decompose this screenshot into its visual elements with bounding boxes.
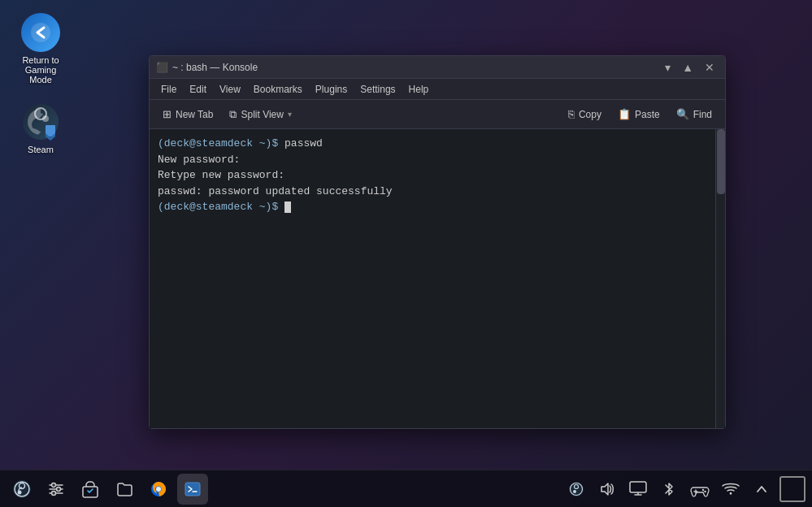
wifi-icon	[722, 481, 740, 497]
menu-plugins[interactable]: Plugins	[309, 82, 354, 97]
svg-marker-25	[601, 483, 608, 495]
taskbar-controller-icon[interactable]	[687, 476, 713, 502]
steam-tray-icon	[568, 481, 584, 497]
taskbar-terminal-button[interactable]	[177, 474, 208, 505]
svg-point-0	[31, 23, 50, 42]
terminal-line-3: Retype new password:	[158, 167, 707, 184]
find-icon: 🔍	[676, 108, 689, 120]
taskbar-steam-button[interactable]	[7, 474, 37, 505]
svg-point-9	[18, 490, 22, 494]
menu-help[interactable]: Help	[402, 82, 436, 97]
desktop-icons: Return to Gaming Mode	[8, 8, 73, 159]
taskbar-wifi-icon[interactable]	[718, 476, 744, 502]
taskbar-store-icon	[81, 480, 99, 498]
terminal-content[interactable]: (deck@steamdeck ~)$ passwd New password:…	[150, 129, 715, 428]
scrollbar-thumb[interactable]	[717, 129, 725, 194]
taskbar	[0, 470, 812, 507]
taskbar-volume-icon[interactable]	[594, 476, 620, 502]
copy-icon: ⎘	[568, 108, 575, 120]
svg-rect-26	[630, 482, 646, 492]
copy-button[interactable]: ⎘ Copy	[562, 105, 608, 124]
terminal-line-1: (deck@steamdeck ~)$ passwd	[158, 136, 707, 152]
copy-label: Copy	[579, 109, 601, 120]
scrollbar-track[interactable]	[715, 129, 725, 428]
menu-view[interactable]: View	[213, 82, 247, 97]
find-label: Find	[693, 109, 712, 120]
svg-point-15	[52, 491, 56, 495]
split-view-button[interactable]: ⧉ Split View ▾	[223, 105, 297, 124]
return-gaming-icon[interactable]: Return to Gaming Mode	[8, 8, 73, 89]
toolbar-right: ⎘ Copy 📋 Paste 🔍 Find	[562, 105, 719, 124]
show-desktop-square	[779, 476, 805, 502]
taskbar-settings-button[interactable]	[41, 474, 72, 505]
return-gaming-label: Return to Gaming Mode	[13, 55, 68, 84]
find-button[interactable]: 🔍 Find	[670, 105, 719, 124]
split-view-icon: ⧉	[229, 108, 237, 121]
taskbar-bluetooth-icon[interactable]	[656, 476, 682, 502]
svg-point-18	[156, 487, 161, 492]
paste-button[interactable]: 📋 Paste	[611, 105, 667, 124]
title-bar: ⬛ ~ : bash — Konsole ▾ ▲ ✕	[150, 56, 725, 79]
steam-desktop-icon[interactable]: Steam	[8, 98, 73, 159]
terminal-area: (deck@steamdeck ~)$ passwd New password:…	[150, 129, 725, 428]
toolbar: ⊞ New Tab ⧉ Split View ▾ ⎘ Copy 📋 Paste …	[150, 100, 725, 129]
paste-icon: 📋	[618, 108, 631, 120]
svg-point-13	[52, 483, 56, 487]
terminal-line-5: (deck@steamdeck ~)$	[158, 199, 707, 215]
menu-bar: File Edit View Bookmarks Plugins Setting…	[150, 79, 725, 100]
chevron-up-icon	[755, 481, 768, 497]
taskbar-right	[563, 476, 805, 502]
taskbar-files-icon	[115, 480, 133, 498]
konsole-window: ⬛ ~ : bash — Konsole ▾ ▲ ✕ File Edit Vie…	[149, 55, 726, 429]
window-title: ~ : bash — Konsole	[172, 62, 258, 73]
close-button[interactable]: ✕	[701, 60, 719, 75]
new-tab-icon: ⊞	[163, 108, 172, 120]
svg-point-3	[42, 115, 49, 122]
steam-icon-label: Steam	[28, 145, 54, 154]
taskbar-settings-icon	[47, 480, 65, 498]
controller-icon	[690, 481, 710, 497]
bluetooth-icon	[662, 480, 675, 498]
menu-file[interactable]: File	[154, 82, 183, 97]
menu-settings[interactable]: Settings	[354, 82, 402, 97]
minimize-button[interactable]: ▾	[661, 60, 675, 75]
taskbar-files-button[interactable]	[109, 474, 140, 505]
taskbar-steam-tray[interactable]	[563, 476, 589, 502]
svg-point-24	[573, 490, 576, 493]
taskbar-terminal-icon	[184, 480, 202, 498]
svg-rect-19	[185, 483, 200, 496]
taskbar-firefox-button[interactable]	[143, 474, 174, 505]
new-tab-button[interactable]: ⊞ New Tab	[156, 105, 219, 124]
menu-bookmarks[interactable]: Bookmarks	[247, 82, 309, 97]
svg-point-32	[704, 490, 706, 492]
new-tab-label: New Tab	[176, 109, 213, 120]
menu-edit[interactable]: Edit	[183, 82, 213, 97]
taskbar-show-desktop-icon[interactable]	[779, 476, 805, 502]
window-controls: ▾ ▲ ✕	[661, 60, 719, 75]
taskbar-store-button[interactable]	[75, 474, 106, 505]
konsole-app-icon: ⬛	[156, 62, 167, 73]
volume-icon	[599, 481, 615, 497]
display-icon	[629, 481, 647, 497]
maximize-button[interactable]: ▲	[678, 60, 697, 75]
terminal-cursor	[284, 202, 291, 213]
svg-point-14	[57, 487, 61, 491]
paste-label: Paste	[635, 109, 660, 120]
taskbar-display-icon[interactable]	[625, 476, 651, 502]
taskbar-firefox-icon	[149, 479, 168, 499]
terminal-line-2: New password:	[158, 152, 707, 168]
svg-point-31	[702, 488, 704, 490]
taskbar-left	[7, 474, 208, 505]
taskbar-chevron-up-icon[interactable]	[749, 476, 775, 502]
split-view-label: Split View	[241, 109, 283, 120]
terminal-line-4: passwd: password updated successfully	[158, 184, 707, 200]
taskbar-steam-icon	[12, 479, 32, 499]
title-bar-left: ⬛ ~ : bash — Konsole	[156, 62, 258, 73]
split-view-chevron: ▾	[288, 110, 292, 119]
